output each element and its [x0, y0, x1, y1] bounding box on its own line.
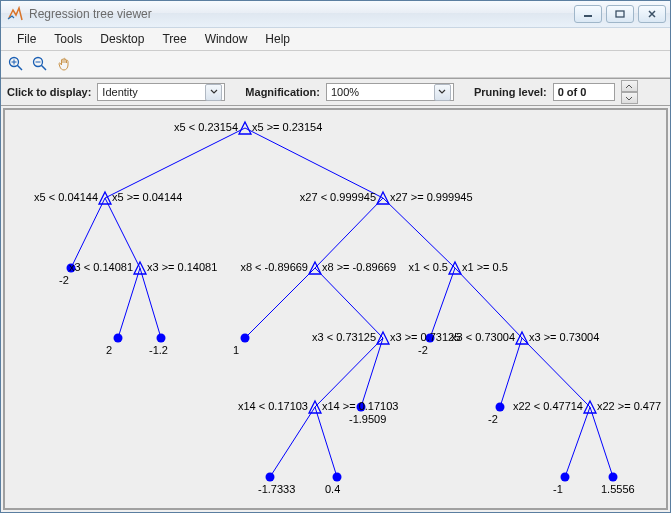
- svg-line-3: [17, 65, 22, 70]
- split-label-left: x3 < 0.73125: [312, 331, 376, 343]
- svg-line-27: [565, 407, 590, 477]
- split-label-left: x1 < 0.5: [409, 261, 448, 273]
- split-label-right: x14 >= 0.17103: [322, 400, 398, 412]
- svg-line-25: [270, 407, 315, 477]
- split-label-left: x5 < 0.23154: [174, 121, 238, 133]
- leaf-value: 1.5556: [601, 483, 635, 495]
- window-root: Regression tree viewer File Tools Deskto…: [0, 0, 671, 513]
- toolbar: [1, 51, 670, 78]
- pruning-level-stepper: [621, 80, 638, 104]
- split-label-left: x5 < 0.04144: [34, 191, 98, 203]
- svg-line-23: [500, 338, 522, 407]
- matlab-icon: [7, 6, 23, 22]
- split-label-right: x5 >= 0.04144: [112, 191, 182, 203]
- split-label-right: x3 >= 0.14081: [147, 261, 217, 273]
- leaf-value: -1.9509: [349, 413, 386, 425]
- magnification-select[interactable]: 100%: [326, 83, 454, 101]
- click-to-display-label: Click to display:: [5, 86, 93, 98]
- split-label-right: x8 >= -0.89669: [322, 261, 396, 273]
- svg-line-28: [590, 407, 613, 477]
- pruning-level-value: 0 of 0: [558, 86, 612, 98]
- svg-line-21: [315, 338, 383, 407]
- leaf-value: 1: [233, 344, 239, 356]
- leaf-value: -1.2: [149, 344, 168, 356]
- svg-line-13: [315, 198, 383, 268]
- svg-point-32: [241, 334, 250, 343]
- close-button[interactable]: [638, 5, 666, 23]
- leaf-value: -2: [488, 413, 498, 425]
- split-label-left: x3 < 0.73004: [451, 331, 515, 343]
- svg-point-38: [561, 473, 570, 482]
- split-label-right: x5 >= 0.23154: [252, 121, 322, 133]
- svg-line-16: [140, 268, 161, 338]
- svg-point-37: [333, 473, 342, 482]
- zoom-in-icon[interactable]: [7, 55, 25, 73]
- titlebar[interactable]: Regression tree viewer: [1, 1, 670, 28]
- pruning-level-down[interactable]: [621, 92, 638, 104]
- leaf-value: -1: [553, 483, 563, 495]
- svg-line-17: [245, 268, 315, 338]
- svg-point-36: [266, 473, 275, 482]
- menu-window[interactable]: Window: [197, 30, 256, 48]
- menu-help[interactable]: Help: [257, 30, 298, 48]
- minimize-button[interactable]: [574, 5, 602, 23]
- svg-point-30: [114, 334, 123, 343]
- menu-desktop[interactable]: Desktop: [92, 30, 152, 48]
- svg-line-10: [245, 128, 383, 198]
- menu-tree[interactable]: Tree: [154, 30, 194, 48]
- magnification-value: 100%: [331, 86, 430, 98]
- split-label-right: x22 >= 0.477: [597, 400, 661, 412]
- svg-line-26: [315, 407, 337, 477]
- svg-line-12: [105, 198, 140, 268]
- click-to-display-select[interactable]: Identity: [97, 83, 225, 101]
- svg-point-31: [157, 334, 166, 343]
- svg-point-35: [496, 403, 505, 412]
- split-label-right: x27 >= 0.999945: [390, 191, 473, 203]
- split-label-left: x22 < 0.47714: [513, 400, 583, 412]
- svg-line-24: [522, 338, 590, 407]
- svg-line-20: [455, 268, 522, 338]
- split-label-left: x8 < -0.89669: [240, 261, 308, 273]
- menu-file[interactable]: File: [9, 30, 44, 48]
- chevron-down-icon: [434, 84, 451, 101]
- split-label-left: x27 < 0.999945: [300, 191, 376, 203]
- split-label-left: x14 < 0.17103: [238, 400, 308, 412]
- leaf-value: -1.7333: [258, 483, 295, 495]
- leaf-value: 0.4: [325, 483, 340, 495]
- zoom-out-icon[interactable]: [31, 55, 49, 73]
- svg-line-18: [315, 268, 383, 338]
- split-label-right: x1 >= 0.5: [462, 261, 508, 273]
- pan-icon[interactable]: [55, 55, 73, 73]
- svg-line-22: [361, 338, 383, 407]
- svg-rect-0: [584, 15, 592, 17]
- svg-line-15: [118, 268, 140, 338]
- svg-line-7: [41, 65, 46, 70]
- svg-line-11: [71, 198, 105, 268]
- control-bar: Click to display: Identity Magnification…: [1, 78, 670, 106]
- pruning-level-field: 0 of 0: [553, 83, 615, 101]
- tree-canvas[interactable]: x5 < 0.23154x5 >= 0.23154x5 < 0.04144x5 …: [3, 108, 668, 510]
- window-buttons: [574, 5, 666, 23]
- click-to-display-value: Identity: [102, 86, 201, 98]
- chevron-down-icon: [205, 84, 222, 101]
- leaf-value: -2: [59, 274, 69, 286]
- menu-tools[interactable]: Tools: [46, 30, 90, 48]
- split-label-left: x3 < 0.14081: [69, 261, 133, 273]
- leaf-value: -2: [418, 344, 428, 356]
- svg-line-14: [383, 198, 455, 268]
- pruning-level-up[interactable]: [621, 80, 638, 92]
- svg-line-19: [430, 268, 455, 338]
- leaf-value: 2: [106, 344, 112, 356]
- svg-point-39: [609, 473, 618, 482]
- window-title: Regression tree viewer: [29, 7, 574, 21]
- split-label-right: x3 >= 0.73004: [529, 331, 599, 343]
- svg-rect-1: [616, 11, 624, 17]
- menubar: File Tools Desktop Tree Window Help: [1, 28, 670, 51]
- svg-line-9: [105, 128, 245, 198]
- pruning-level-label: Pruning level:: [472, 86, 549, 98]
- split-label-right: x3 >= 0.73125: [390, 331, 460, 343]
- magnification-label: Magnification:: [243, 86, 322, 98]
- maximize-button[interactable]: [606, 5, 634, 23]
